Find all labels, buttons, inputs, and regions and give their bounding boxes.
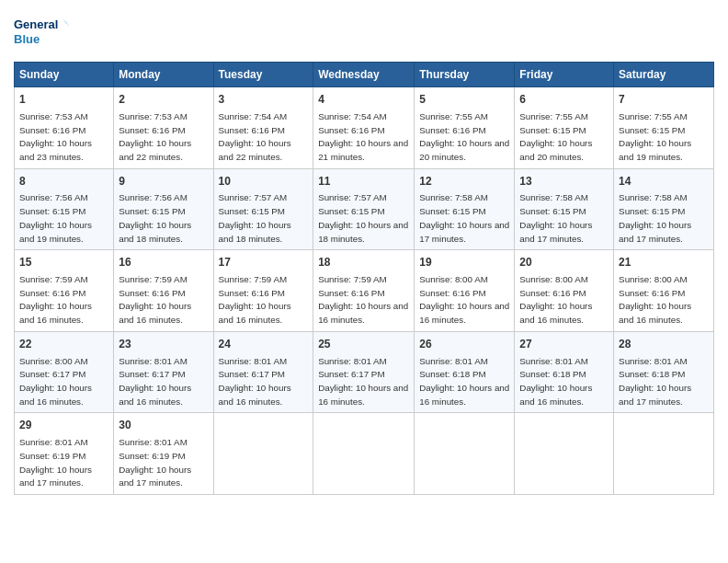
day-info: Sunrise: 7:57 AMSunset: 6:15 PMDaylight:… [219,192,291,243]
calendar-cell [415,413,515,495]
day-number: 25 [318,337,409,352]
day-info: Sunrise: 8:01 AMSunset: 6:17 PMDaylight:… [119,356,191,407]
day-info: Sunrise: 7:59 AMSunset: 6:16 PMDaylight:… [19,274,92,325]
day-info: Sunrise: 8:01 AMSunset: 6:17 PMDaylight:… [219,356,291,407]
day-number: 7 [619,92,709,108]
day-info: Sunrise: 7:59 AMSunset: 6:16 PMDaylight:… [219,274,291,325]
day-number: 27 [519,337,609,352]
page-header: General Blue [14,14,714,52]
calendar-week-1: 1Sunrise: 7:53 AMSunset: 6:16 PMDaylight… [15,87,714,169]
day-info: Sunrise: 7:59 AMSunset: 6:16 PMDaylight:… [119,274,191,325]
day-number: 1 [19,92,108,108]
day-number: 14 [619,174,709,190]
calendar-cell: 23Sunrise: 8:01 AMSunset: 6:17 PMDayligh… [114,331,213,413]
day-number: 21 [619,255,709,270]
calendar-week-3: 15Sunrise: 7:59 AMSunset: 6:16 PMDayligh… [15,250,714,332]
day-info: Sunrise: 7:56 AMSunset: 6:15 PMDaylight:… [119,192,191,243]
day-number: 8 [19,174,108,190]
calendar-cell: 10Sunrise: 7:57 AMSunset: 6:15 PMDayligh… [213,168,313,250]
day-info: Sunrise: 8:01 AMSunset: 6:18 PMDaylight:… [419,356,509,407]
calendar-cell: 25Sunrise: 8:01 AMSunset: 6:17 PMDayligh… [313,331,415,413]
calendar-cell: 16Sunrise: 7:59 AMSunset: 6:16 PMDayligh… [114,250,213,332]
day-number: 29 [19,418,108,433]
weekday-header-wednesday: Wednesday [313,63,415,87]
day-number: 2 [119,92,208,108]
day-number: 23 [119,337,208,352]
day-number: 30 [119,418,208,433]
weekday-header-thursday: Thursday [415,63,515,87]
calendar-cell [614,413,714,495]
svg-text:Blue: Blue [14,32,40,46]
weekday-header-tuesday: Tuesday [213,63,313,87]
day-number: 12 [419,174,509,190]
calendar-cell: 22Sunrise: 8:00 AMSunset: 6:17 PMDayligh… [15,331,114,413]
day-info: Sunrise: 7:55 AMSunset: 6:15 PMDaylight:… [519,111,592,162]
calendar-table: SundayMondayTuesdayWednesdayThursdayFrid… [14,62,714,495]
weekday-header-saturday: Saturday [614,63,714,87]
day-number: 20 [519,255,609,270]
logo: General Blue [14,14,69,52]
day-info: Sunrise: 7:58 AMSunset: 6:15 PMDaylight:… [419,192,509,243]
logo-svg: General Blue [14,14,69,52]
day-number: 6 [519,92,609,108]
calendar-cell: 4Sunrise: 7:54 AMSunset: 6:16 PMDaylight… [313,87,415,169]
calendar-cell: 6Sunrise: 7:55 AMSunset: 6:15 PMDaylight… [515,87,614,169]
svg-marker-3 [63,19,69,27]
weekday-header-sunday: Sunday [15,63,114,87]
calendar-cell [213,413,313,495]
day-number: 24 [219,337,309,352]
day-number: 18 [318,255,409,270]
calendar-cell: 28Sunrise: 8:01 AMSunset: 6:18 PMDayligh… [614,331,714,413]
day-number: 15 [19,255,108,270]
calendar-cell: 11Sunrise: 7:57 AMSunset: 6:15 PMDayligh… [313,168,415,250]
calendar-cell: 27Sunrise: 8:01 AMSunset: 6:18 PMDayligh… [515,331,614,413]
day-info: Sunrise: 7:58 AMSunset: 6:15 PMDaylight:… [619,192,691,243]
day-info: Sunrise: 7:59 AMSunset: 6:16 PMDaylight:… [318,274,408,325]
calendar-cell: 5Sunrise: 7:55 AMSunset: 6:16 PMDaylight… [415,87,515,169]
day-number: 19 [419,255,509,270]
day-info: Sunrise: 8:00 AMSunset: 6:17 PMDaylight:… [19,356,92,407]
day-info: Sunrise: 8:00 AMSunset: 6:16 PMDaylight:… [419,274,509,325]
day-number: 4 [318,92,409,108]
day-info: Sunrise: 8:01 AMSunset: 6:19 PMDaylight:… [119,437,191,488]
day-number: 3 [219,92,309,108]
day-number: 9 [119,174,208,190]
calendar-week-2: 8Sunrise: 7:56 AMSunset: 6:15 PMDaylight… [15,168,714,250]
calendar-cell: 1Sunrise: 7:53 AMSunset: 6:16 PMDaylight… [15,87,114,169]
calendar-cell: 17Sunrise: 7:59 AMSunset: 6:16 PMDayligh… [213,250,313,332]
day-number: 10 [219,174,309,190]
day-info: Sunrise: 7:58 AMSunset: 6:15 PMDaylight:… [519,192,592,243]
weekday-header-row: SundayMondayTuesdayWednesdayThursdayFrid… [15,63,714,87]
day-info: Sunrise: 7:57 AMSunset: 6:15 PMDaylight:… [318,192,408,243]
calendar-cell: 14Sunrise: 7:58 AMSunset: 6:15 PMDayligh… [614,168,714,250]
weekday-header-monday: Monday [114,63,213,87]
day-number: 28 [619,337,709,352]
day-info: Sunrise: 7:56 AMSunset: 6:15 PMDaylight:… [19,192,92,243]
calendar-cell: 19Sunrise: 8:00 AMSunset: 6:16 PMDayligh… [415,250,515,332]
day-info: Sunrise: 8:01 AMSunset: 6:18 PMDaylight:… [619,356,691,407]
calendar-cell [515,413,614,495]
calendar-cell: 2Sunrise: 7:53 AMSunset: 6:16 PMDaylight… [114,87,213,169]
svg-text:General: General [14,17,58,31]
day-number: 16 [119,255,208,270]
day-info: Sunrise: 8:00 AMSunset: 6:16 PMDaylight:… [519,274,592,325]
calendar-cell: 15Sunrise: 7:59 AMSunset: 6:16 PMDayligh… [15,250,114,332]
calendar-cell: 26Sunrise: 8:01 AMSunset: 6:18 PMDayligh… [415,331,515,413]
day-info: Sunrise: 7:53 AMSunset: 6:16 PMDaylight:… [119,111,191,162]
day-number: 11 [318,174,409,190]
calendar-cell: 24Sunrise: 8:01 AMSunset: 6:17 PMDayligh… [213,331,313,413]
day-info: Sunrise: 8:01 AMSunset: 6:18 PMDaylight:… [519,356,592,407]
calendar-cell: 12Sunrise: 7:58 AMSunset: 6:15 PMDayligh… [415,168,515,250]
day-info: Sunrise: 7:54 AMSunset: 6:16 PMDaylight:… [318,111,408,162]
day-number: 22 [19,337,108,352]
calendar-week-5: 29Sunrise: 8:01 AMSunset: 6:19 PMDayligh… [15,413,714,495]
calendar-cell: 8Sunrise: 7:56 AMSunset: 6:15 PMDaylight… [15,168,114,250]
calendar-cell: 3Sunrise: 7:54 AMSunset: 6:16 PMDaylight… [213,87,313,169]
day-info: Sunrise: 7:53 AMSunset: 6:16 PMDaylight:… [19,111,92,162]
calendar-cell: 29Sunrise: 8:01 AMSunset: 6:19 PMDayligh… [15,413,114,495]
day-info: Sunrise: 8:01 AMSunset: 6:19 PMDaylight:… [19,437,92,488]
calendar-cell: 21Sunrise: 8:00 AMSunset: 6:16 PMDayligh… [614,250,714,332]
day-number: 26 [419,337,509,352]
day-info: Sunrise: 8:01 AMSunset: 6:17 PMDaylight:… [318,356,408,407]
day-info: Sunrise: 7:54 AMSunset: 6:16 PMDaylight:… [219,111,291,162]
